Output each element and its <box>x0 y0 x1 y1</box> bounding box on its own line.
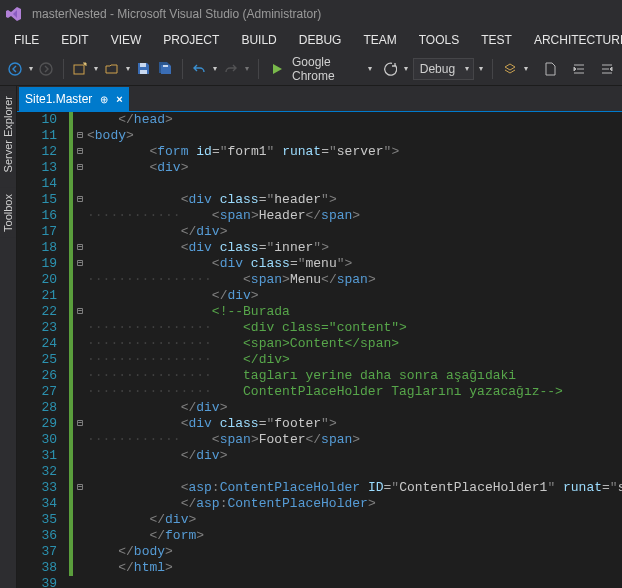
fold-toggle[interactable]: ⊟ <box>73 144 87 160</box>
redo-button[interactable] <box>222 58 239 80</box>
code-line[interactable]: 12⊟ <form id="form1" runat="server"> <box>17 144 622 160</box>
menu-view[interactable]: VIEW <box>101 30 152 50</box>
start-debugging-button[interactable] <box>269 58 286 80</box>
code-text: <div class="inner"> <box>87 240 329 256</box>
fold-toggle[interactable]: ⊟ <box>73 160 87 176</box>
code-line[interactable]: 39 <box>17 576 622 588</box>
open-file-dropdown[interactable]: ▾ <box>125 64 131 73</box>
code-line[interactable]: 10 </head> <box>17 112 622 128</box>
code-text: </div> <box>87 512 196 528</box>
code-line[interactable]: 15⊟ <div class="header"> <box>17 192 622 208</box>
code-line[interactable]: 28 </div> <box>17 400 622 416</box>
fold-toggle <box>73 560 87 576</box>
svg-rect-2 <box>74 65 84 74</box>
code-line[interactable]: 26················ tagları yerine daha s… <box>17 368 622 384</box>
code-editor[interactable]: 10 </head>11⊟<body>12⊟ <form id="form1" … <box>17 112 622 588</box>
layers-dropdown[interactable]: ▾ <box>523 64 529 73</box>
menu-project[interactable]: PROJECT <box>153 30 229 50</box>
toolbar-separator <box>258 59 259 79</box>
solution-configuration-select[interactable]: Debug <box>413 58 474 80</box>
start-target-dropdown[interactable]: ▾ <box>367 64 373 73</box>
layers-button[interactable] <box>501 58 518 80</box>
fold-toggle[interactable]: ⊟ <box>73 480 87 496</box>
code-line[interactable]: 11⊟<body> <box>17 128 622 144</box>
code-line[interactable]: 38 </html> <box>17 560 622 576</box>
redo-dropdown[interactable]: ▾ <box>244 64 250 73</box>
line-number: 21 <box>17 288 69 304</box>
code-line[interactable]: 29⊟ <div class="footer"> <box>17 416 622 432</box>
svg-point-0 <box>9 63 21 75</box>
svg-point-1 <box>40 63 52 75</box>
fold-toggle[interactable]: ⊟ <box>73 192 87 208</box>
code-line[interactable]: 24················ <span>Content</span> <box>17 336 622 352</box>
code-line[interactable]: 27················ ContentPlaceHolder Ta… <box>17 384 622 400</box>
code-line[interactable]: 18⊟ <div class="inner"> <box>17 240 622 256</box>
save-button[interactable] <box>135 58 152 80</box>
toolbar-separator <box>182 59 183 79</box>
server-explorer-tab[interactable]: Server Explorer <box>0 90 16 178</box>
solution-configuration-overflow[interactable]: ▾ <box>478 64 484 73</box>
code-line[interactable]: 35 </div> <box>17 512 622 528</box>
start-target-label[interactable]: Google Chrome <box>292 55 359 83</box>
line-number: 16 <box>17 208 69 224</box>
code-line[interactable]: 23················ <div class="content"> <box>17 320 622 336</box>
menu-test[interactable]: TEST <box>471 30 522 50</box>
code-line[interactable]: 36 </form> <box>17 528 622 544</box>
undo-button[interactable] <box>191 58 208 80</box>
side-tool-well: Server Explorer Toolbox <box>0 86 17 588</box>
code-line[interactable]: 14 <box>17 176 622 192</box>
open-file-button[interactable] <box>103 58 120 80</box>
code-line[interactable]: 37 </body> <box>17 544 622 560</box>
menu-debug[interactable]: DEBUG <box>289 30 352 50</box>
code-text: ················ ContentPlaceHolder Tagl… <box>87 384 563 400</box>
new-project-button[interactable] <box>72 58 89 80</box>
text-outdent-button[interactable] <box>599 58 616 80</box>
nav-forward-button <box>38 58 55 80</box>
menu-architecture[interactable]: ARCHITECTURE <box>524 30 622 50</box>
close-icon[interactable]: × <box>116 93 122 105</box>
code-line[interactable]: 21 </div> <box>17 288 622 304</box>
new-project-dropdown[interactable]: ▾ <box>93 64 99 73</box>
fold-toggle[interactable]: ⊟ <box>73 256 87 272</box>
code-line[interactable]: 33⊟ <asp:ContentPlaceHolder ID="ContentP… <box>17 480 622 496</box>
toolbox-tab[interactable]: Toolbox <box>0 188 16 238</box>
code-line[interactable]: 34 </asp:ContentPlaceHolder> <box>17 496 622 512</box>
code-line[interactable]: 20················ <span>Menu</span> <box>17 272 622 288</box>
line-number: 38 <box>17 560 69 576</box>
pin-icon[interactable]: ⊕ <box>100 94 108 105</box>
code-line[interactable]: 30············ <span>Footer</span> <box>17 432 622 448</box>
undo-dropdown[interactable]: ▾ <box>212 64 218 73</box>
document-tab-active[interactable]: Site1.Master ⊕ × <box>19 87 129 111</box>
fold-toggle <box>73 400 87 416</box>
line-number: 12 <box>17 144 69 160</box>
text-indent-button[interactable] <box>570 58 587 80</box>
code-line[interactable]: 16············ <span>Header</span> <box>17 208 622 224</box>
nav-back-dropdown[interactable]: ▾ <box>27 64 33 73</box>
menu-team[interactable]: TEAM <box>353 30 406 50</box>
save-all-button[interactable] <box>156 58 173 80</box>
browse-with-button[interactable] <box>381 58 398 80</box>
line-number: 34 <box>17 496 69 512</box>
code-line[interactable]: 25················ </div> <box>17 352 622 368</box>
fold-toggle[interactable]: ⊟ <box>73 128 87 144</box>
code-line[interactable]: 17 </div> <box>17 224 622 240</box>
fold-toggle <box>73 208 87 224</box>
nav-back-button[interactable] <box>6 58 23 80</box>
code-text: </html> <box>87 560 173 576</box>
browse-with-dropdown[interactable]: ▾ <box>402 64 408 73</box>
menu-build[interactable]: BUILD <box>231 30 286 50</box>
code-line[interactable]: 19⊟ <div class="menu"> <box>17 256 622 272</box>
code-line[interactable]: 13⊟ <div> <box>17 160 622 176</box>
menu-tools[interactable]: TOOLS <box>409 30 469 50</box>
menu-edit[interactable]: EDIT <box>51 30 98 50</box>
code-line[interactable]: 22⊟ <!--Burada <box>17 304 622 320</box>
new-document-button[interactable] <box>542 58 559 80</box>
code-line[interactable]: 31 </div> <box>17 448 622 464</box>
line-number: 24 <box>17 336 69 352</box>
fold-toggle[interactable]: ⊟ <box>73 416 87 432</box>
fold-toggle[interactable]: ⊟ <box>73 240 87 256</box>
fold-toggle[interactable]: ⊟ <box>73 304 87 320</box>
code-line[interactable]: 32 <box>17 464 622 480</box>
menu-file[interactable]: FILE <box>4 30 49 50</box>
line-number: 36 <box>17 528 69 544</box>
